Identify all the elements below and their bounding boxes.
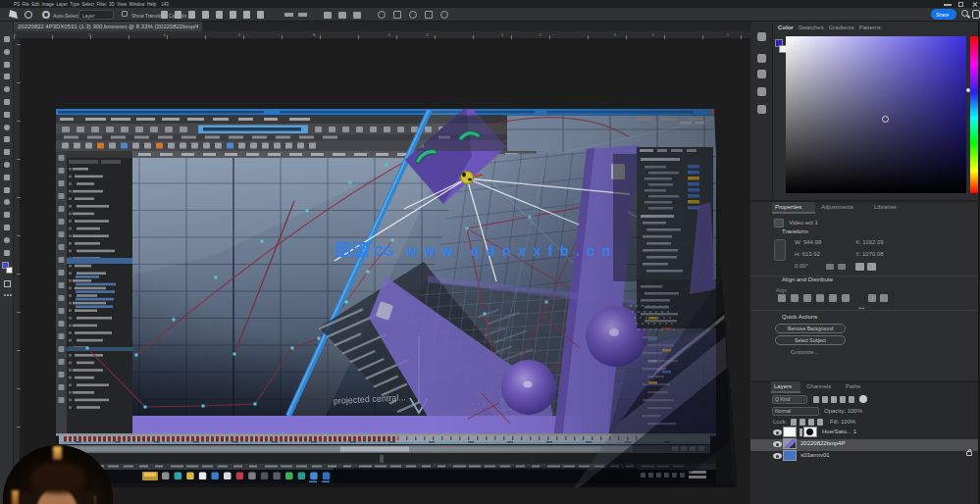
svg-text:www.qdnxxfb.cn: www.qdnxxfb.cn [405,243,618,259]
svg-text:CG: CG [373,243,393,259]
